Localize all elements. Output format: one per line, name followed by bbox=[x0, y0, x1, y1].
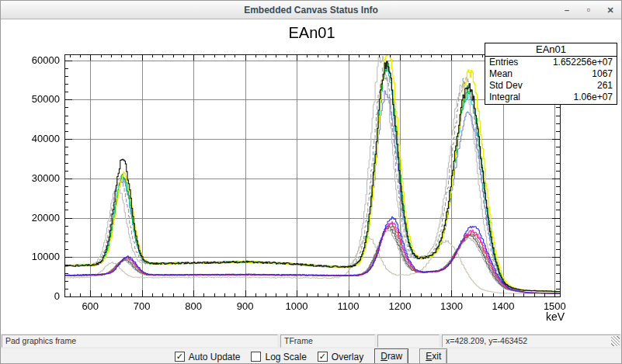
status-panel-coordinates: x=428.209, y=-463452 bbox=[442, 335, 620, 348]
status-bar: Pad graphics frame TFrame x=428.209, y=-… bbox=[1, 334, 621, 348]
stats-row-stddev: Std Dev 261 bbox=[485, 80, 617, 92]
status-panel-empty bbox=[377, 335, 440, 348]
log-scale-label: Log Scale bbox=[265, 352, 306, 362]
stats-value: 1.06e+07 bbox=[574, 92, 613, 103]
cursor-coordinates: x=428.209, y=-463452 bbox=[446, 336, 527, 345]
stats-row-mean: Mean 1067 bbox=[485, 68, 617, 80]
stats-box-title: EAn01 bbox=[485, 43, 617, 57]
resize-grip[interactable] bbox=[611, 336, 620, 346]
draw-button[interactable]: Draw bbox=[374, 348, 408, 364]
minimize-icon[interactable]: – bbox=[562, 5, 572, 15]
stats-label: Std Dev bbox=[489, 80, 523, 92]
overlay-checkbox[interactable]: ✓ Overlay bbox=[318, 352, 363, 362]
stats-row-integral: Integral 1.06e+07 bbox=[485, 92, 617, 103]
plot-title: EAn01 bbox=[1, 24, 622, 42]
checkbox-check-icon[interactable]: ✓ bbox=[175, 352, 185, 362]
exit-button[interactable]: Exit bbox=[419, 348, 447, 364]
stats-value: 1.652256e+07 bbox=[553, 57, 613, 68]
stats-value: 261 bbox=[597, 80, 613, 92]
stats-label: Mean bbox=[489, 68, 513, 80]
close-icon[interactable]: ✕ bbox=[606, 5, 615, 15]
checkbox-check-icon[interactable] bbox=[251, 352, 261, 362]
status-panel-class: TFrame bbox=[280, 335, 375, 348]
stats-row-entries: Entries 1.652256e+07 bbox=[485, 57, 617, 68]
stats-box[interactable]: EAn01 Entries 1.652256e+07 Mean 1067 Std… bbox=[485, 43, 617, 105]
control-bar: ✓ Auto Update Log Scale ✓ Overlay Draw E… bbox=[1, 348, 621, 364]
auto-update-checkbox[interactable]: ✓ Auto Update bbox=[175, 352, 241, 362]
overlay-label: Overlay bbox=[332, 352, 363, 362]
stats-label: Integral bbox=[489, 92, 520, 103]
titlebar[interactable]: Embedded Canvas Status Info – ▫ ✕ bbox=[1, 1, 621, 19]
maximize-icon[interactable]: ▫ bbox=[584, 5, 593, 15]
status-panel-object: Pad graphics frame bbox=[2, 335, 278, 348]
stats-value: 1067 bbox=[592, 68, 613, 80]
stats-label: Entries bbox=[489, 57, 518, 68]
log-scale-checkbox[interactable]: Log Scale bbox=[251, 352, 306, 362]
auto-update-label: Auto Update bbox=[189, 352, 241, 362]
app-window: Embedded Canvas Status Info – ▫ ✕ EAn01 … bbox=[0, 0, 622, 364]
window-title: Embedded Canvas Status Info bbox=[244, 5, 378, 16]
checkbox-check-icon[interactable]: ✓ bbox=[318, 352, 328, 362]
window-buttons: – ▫ ✕ bbox=[562, 1, 615, 19]
root-canvas-area: EAn01 EAn01 Entries 1.652256e+07 Mean 10… bbox=[1, 19, 621, 334]
